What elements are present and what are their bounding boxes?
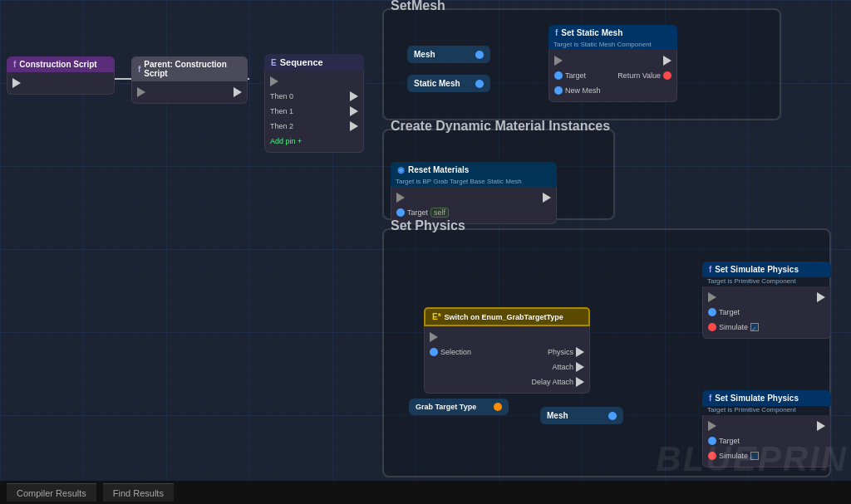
switch-selection-pin — [430, 348, 438, 356]
dynamic-title: Create Dynamic Material Instances — [391, 119, 610, 134]
construction-script-body — [7, 72, 115, 95]
ssp1-target-pin — [708, 308, 716, 316]
sequence-icon: E — [271, 58, 277, 67]
staticmesh-input-label: Static Mesh — [414, 79, 460, 88]
ssp1-simulate-label: Simulate — [719, 323, 748, 331]
ssm-target-row: Target Return Value — [549, 68, 676, 83]
ssp1-simulate-row: Simulate — [703, 320, 830, 335]
switch-delayattach-out — [576, 377, 584, 387]
ssp1-simulate-checkbox[interactable] — [750, 323, 759, 331]
grab-target-label: Grab Target Type — [416, 403, 476, 411]
ssm-returnval-pin — [663, 71, 671, 80]
ssp2-exec-out — [817, 421, 825, 431]
sequence-then0-row: Then 0 — [265, 89, 363, 104]
mesh-input-node[interactable]: Mesh — [407, 46, 490, 63]
construction-icon: f — [13, 60, 16, 69]
reset-materials-node[interactable]: ◉ Reset Materials Target is BP Grab Targ… — [391, 162, 557, 224]
construction-script-header: f Construction Script — [7, 56, 115, 72]
ssm-newmesh-row: New Mesh — [549, 83, 676, 98]
sequence-exec-in — [270, 76, 278, 86]
grab-target-header: Grab Target Type — [409, 399, 509, 415]
sequence-node[interactable]: E Sequence Then 0 Then 1 Then 2 Add pin … — [264, 54, 364, 153]
switch-physics-out — [576, 347, 584, 357]
ssp1-header: f Set Simulate Physics — [702, 262, 831, 277]
set-simulate-physics-1-node[interactable]: f Set Simulate Physics Target is Primiti… — [702, 262, 831, 339]
parent-exec-out — [234, 87, 242, 97]
mesh-output-pin — [475, 51, 484, 59]
grab-target-type-node[interactable]: Grab Target Type — [409, 399, 509, 415]
compiler-results-label: Compiler Results — [17, 488, 86, 498]
rm-self-tag: self — [430, 208, 449, 218]
switch-exec-row — [425, 330, 589, 345]
switch-attach-row: Attach — [425, 360, 589, 374]
switch-selection-row: Selection Physics — [425, 345, 589, 360]
ssp1-simulate-pin — [708, 323, 716, 331]
ssm-func-icon: f — [555, 28, 558, 37]
switch-physics-label: Physics — [548, 348, 573, 356]
find-results-label: Find Results — [113, 488, 164, 498]
parent-body — [131, 81, 248, 104]
switch-attach-out — [576, 362, 584, 372]
sequence-body: Then 0 Then 1 Then 2 Add pin + — [264, 71, 364, 153]
ssp2-icon: f — [709, 394, 711, 403]
ssp1-exec-out — [817, 292, 825, 302]
ssm-exec-row — [549, 53, 676, 68]
sequence-addpin-label: Add pin + — [270, 137, 302, 145]
ssp1-body: Target Simulate — [702, 286, 831, 339]
ssm-newmesh-pin — [554, 86, 563, 95]
switch-body: Selection Physics Attach Delay Attach — [424, 326, 590, 394]
rm-target-label: Target — [407, 208, 428, 217]
blueprint-watermark: BLUEPRIN — [656, 439, 848, 479]
set-static-mesh-node[interactable]: f Set Static Mesh Target is Static Mesh … — [548, 25, 677, 102]
mesh-physics-label: Mesh — [547, 411, 568, 420]
reset-materials-header: ◉ Reset Materials — [391, 162, 557, 178]
ssm-target-pin — [554, 71, 563, 80]
ssp1-subtitle: Target is Primitive Component — [702, 277, 831, 286]
ssp2-label: Set Simulate Physics — [715, 394, 799, 403]
ssm-exec-in — [554, 56, 563, 66]
switch-enum-node[interactable]: E* Switch on Enum_GrabTargetType Selecti… — [424, 307, 590, 394]
sequence-then0-out — [350, 91, 358, 101]
compiler-results-tab[interactable]: Compiler Results — [7, 483, 96, 502]
sequence-exec-in-row — [265, 74, 363, 89]
setmesh-title: SetMesh — [391, 0, 445, 13]
ssp1-label: Set Simulate Physics — [715, 265, 799, 274]
switch-attach-label: Attach — [552, 363, 573, 371]
switch-selection-label: Selection — [440, 348, 471, 356]
set-static-mesh-label: Set Static Mesh — [561, 28, 622, 37]
reset-materials-subtitle: Target is BP Grab Target Base Static Mes… — [391, 178, 557, 187]
mesh-physics-node[interactable]: Mesh — [540, 407, 623, 424]
sequence-then0-label: Then 0 — [270, 92, 293, 100]
ssm-target-label: Target — [565, 71, 586, 80]
switch-exec-in — [430, 332, 438, 342]
sequence-then1-label: Then 1 — [270, 107, 293, 115]
sequence-then1-row: Then 1 — [265, 104, 363, 119]
ssp2-exec-row — [703, 418, 830, 433]
sequence-addpin-row[interactable]: Add pin + — [265, 134, 363, 149]
sequence-then2-row: Then 2 — [265, 119, 363, 134]
parent-construction-node[interactable]: f Parent: Construction Script — [131, 56, 248, 104]
mesh-input-label: Mesh — [414, 50, 435, 59]
parent-label: Parent: Construction Script — [144, 60, 241, 78]
bottom-bar: Compiler Results Find Results — [0, 481, 851, 504]
construction-script-node[interactable]: f Construction Script — [7, 56, 115, 95]
ssp2-header: f Set Simulate Physics — [702, 390, 831, 406]
construction-exec-out — [12, 78, 21, 88]
find-results-tab[interactable]: Find Results — [103, 483, 174, 502]
switch-delayattach-label: Delay Attach — [531, 378, 573, 386]
staticmesh-input-node[interactable]: Static Mesh — [407, 75, 490, 92]
ssp1-exec-in — [708, 292, 716, 302]
parent-exec-row — [132, 85, 247, 100]
rm-icon: ◉ — [397, 165, 405, 174]
rm-target-pin — [396, 208, 405, 217]
mesh-physics-out-pin — [608, 412, 617, 420]
staticmesh-input-header: Static Mesh — [407, 75, 490, 92]
ssp2-exec-in — [708, 421, 716, 431]
set-static-mesh-header: f Set Static Mesh — [548, 25, 677, 41]
ssm-newmesh-label: New Mesh — [565, 86, 601, 95]
switch-header: E* Switch on Enum_GrabTargetType — [424, 307, 590, 326]
ssp1-icon: f — [709, 265, 711, 274]
ssm-exec-out — [663, 56, 671, 66]
ssp1-exec-row — [703, 290, 830, 305]
reset-materials-label: Reset Materials — [408, 165, 469, 174]
